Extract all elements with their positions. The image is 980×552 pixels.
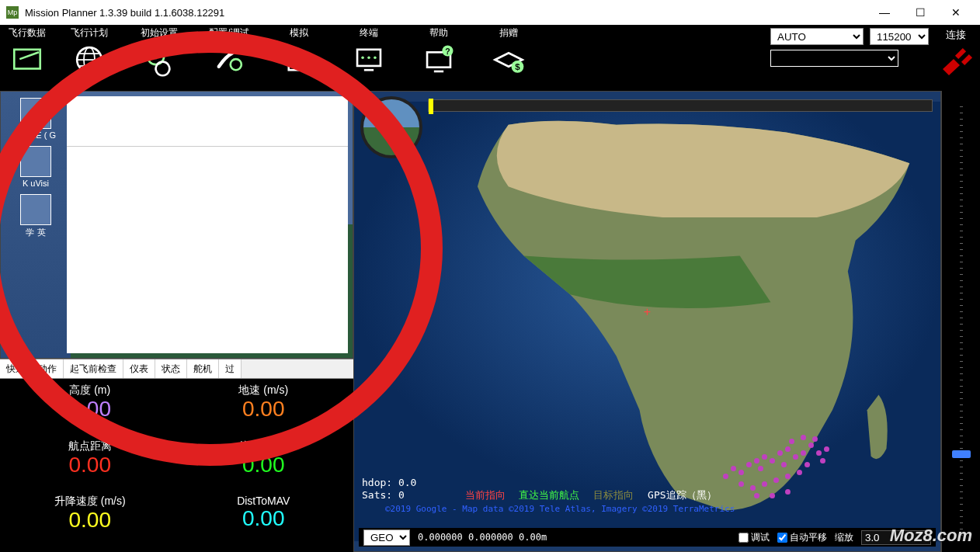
port-select[interactable]: AUTO	[770, 28, 864, 45]
tab-status[interactable]: 状态	[155, 359, 187, 378]
toolbar-config[interactable]: 配置/调试	[194, 25, 264, 78]
stat-yaw[interactable]: 偏航 (deg) 0.00	[177, 438, 351, 494]
tab-servo[interactable]: 舵机	[187, 359, 219, 378]
main-toolbar: 飞行数据 飞行计划 初始设置 配置/调试 模拟 终端 帮助	[0, 25, 980, 91]
baud-select[interactable]: 115200	[870, 28, 929, 45]
svg-point-14	[367, 57, 370, 60]
toolbar-terminal[interactable]: 终端	[334, 25, 404, 78]
zoom-track	[960, 106, 963, 536]
svg-rect-11	[289, 57, 309, 71]
desktop-shortcut: 学 英	[12, 194, 59, 238]
direct-wp: 直达当前航点	[519, 489, 579, 501]
debug-checkbox[interactable]: 调试	[738, 531, 770, 544]
status-tabs: 快速 动作 起飞前检查 仪表 状态 舵机 过	[0, 359, 353, 379]
watermark: Moz8.com	[890, 526, 972, 546]
coord-readout: 0.000000 0.000000 0.00m	[418, 532, 547, 543]
svg-text:$: $	[515, 62, 520, 71]
svg-text:?: ?	[445, 47, 450, 56]
wrench-gear-icon	[212, 41, 246, 78]
gps-track: GPS追踪（黑）	[648, 489, 716, 501]
map-attribution: ©2019 Google - Map data ©2019 Tele Atlas…	[385, 504, 735, 514]
sats-label: Sats: 0	[362, 489, 405, 501]
globe-icon	[72, 41, 106, 78]
map-view[interactable]: + hdop: 0.0 Sats: 0	[353, 91, 941, 552]
zoom-label: 缩放	[835, 531, 853, 544]
target-heading: 目标指向	[593, 489, 634, 501]
right-column: + hdop: 0.0 Sats: 0	[353, 91, 980, 552]
maximize-button[interactable]: ☐	[902, 0, 938, 25]
toolbar-donate[interactable]: 捐赠 $	[474, 25, 544, 78]
svg-line-1	[19, 52, 39, 59]
minimize-button[interactable]: —	[867, 0, 902, 25]
connect-label: 连接	[946, 28, 966, 42]
stat-dist-mav[interactable]: DistToMAV 0.00	[177, 493, 351, 549]
svg-rect-23	[955, 48, 966, 59]
tab-preflight[interactable]: 起飞前检查	[64, 359, 123, 378]
hud-panel: 3 IDLE ( G K uVisi 学 英	[0, 91, 353, 359]
svg-point-10	[231, 59, 242, 70]
desktop-shortcut: 3 IDLE ( G	[12, 98, 59, 140]
window-controls: — ☐ ✕	[867, 0, 974, 25]
svg-rect-24	[961, 54, 972, 65]
toolbar-help[interactable]: 帮助 ?	[404, 25, 474, 78]
title-bar: Mp Mission Planner 1.3.39 build 1.1.6038…	[0, 0, 980, 25]
window-title: Mission Planner 1.3.39 build 1.1.6038.12…	[25, 7, 867, 19]
tab-actions[interactable]: 动作	[32, 359, 64, 378]
tab-gauges[interactable]: 仪表	[123, 359, 155, 378]
gps-info: hdop: 0.0 Sats: 0 当前指向 直达当前航点 目标指向 GPS追踪…	[362, 477, 735, 514]
blank-hud-overlay	[67, 96, 348, 353]
app-icon: Mp	[6, 6, 19, 19]
port-extra-select[interactable]	[770, 50, 898, 67]
plane-monitor-icon	[282, 41, 316, 78]
coord-unit-select[interactable]: GEO	[363, 529, 410, 546]
tab-quick[interactable]: 快速	[0, 359, 32, 378]
main-area: 3 IDLE ( G K uVisi 学 英 快速 动作 起飞前检查 仪表 状态…	[0, 91, 980, 552]
toolbar-simulation[interactable]: 模拟	[264, 25, 334, 78]
map-crosshair-icon: +	[644, 305, 651, 319]
compass-heading-bar	[428, 99, 933, 112]
close-button[interactable]: ✕	[938, 0, 974, 25]
desktop-background: 3 IDLE ( G K uVisi 学 英	[1, 92, 71, 358]
stat-vspeed[interactable]: 升降速度 (m/s) 0.00	[3, 493, 177, 549]
autopan-checkbox[interactable]: 自动平移	[777, 531, 827, 544]
stat-wp-dist[interactable]: 航点距离 0.00	[3, 438, 177, 494]
zoom-thumb[interactable]	[952, 450, 971, 458]
toolbar-flight-plan[interactable]: 飞行计划	[54, 25, 124, 78]
stat-altitude[interactable]: 高度 (m) 0.00	[3, 382, 177, 438]
donate-icon: $	[492, 41, 526, 78]
hdop-label: hdop: 0.0	[362, 477, 735, 488]
terminal-icon	[352, 41, 386, 78]
gear-plus-icon	[142, 41, 176, 78]
desktop-shortcut: K uVisi	[12, 146, 59, 188]
heading-current: 当前指向	[465, 489, 506, 501]
zoom-slider[interactable]	[941, 91, 980, 552]
toolbar-flight-data[interactable]: 飞行数据	[0, 25, 54, 78]
flight-data-icon	[10, 41, 44, 78]
stat-groundspeed[interactable]: 地速 (m/s) 0.00	[177, 382, 351, 438]
quick-stats: 高度 (m) 0.00 地速 (m/s) 0.00 航点距离 0.00 偏航 (…	[0, 379, 353, 552]
map-bottom-bar: GEO 0.000000 0.000000 0.00m 调试 自动平移 缩放	[359, 528, 936, 547]
left-column: 3 IDLE ( G K uVisi 学 英 快速 动作 起飞前检查 仪表 状态…	[0, 91, 353, 552]
svg-point-15	[374, 57, 377, 60]
mini-attitude-indicator	[360, 96, 422, 158]
svg-point-13	[361, 57, 364, 60]
help-icon: ?	[422, 41, 456, 78]
toolbar-initial-setup[interactable]: 初始设置	[124, 25, 194, 78]
connect-button[interactable]	[937, 42, 975, 84]
tab-more[interactable]: 过	[219, 359, 242, 378]
connection-area: AUTO 115200 连接	[770, 28, 975, 84]
